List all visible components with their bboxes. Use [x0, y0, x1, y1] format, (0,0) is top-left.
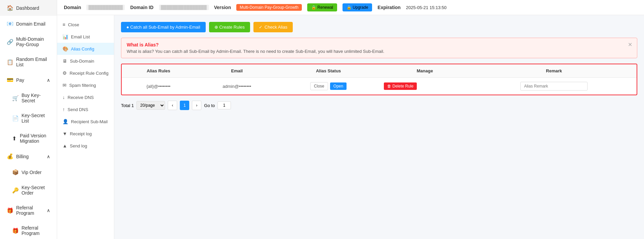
upgrade-button[interactable]: 🔒 Upgrade — [343, 3, 372, 11]
email-list-icon: 📊 — [63, 34, 68, 39]
alias-config-icon: 🎨 — [63, 46, 68, 52]
per-page-select[interactable]: 20/page 10/page 50/page 100/page — [136, 101, 165, 110]
alias-alert: What is Alias? What is alias? You can ca… — [121, 38, 637, 58]
alert-text: What is alias? You can catch all Sub-Ema… — [127, 49, 632, 54]
trash-icon: 🗑 — [387, 84, 391, 89]
sub-sidebar-recipient-submail[interactable]: 👤 Recipient Sub-Mail — [57, 115, 114, 128]
sidebar-item-key-secret-list[interactable]: 📄 Key-Secret List — [0, 108, 57, 128]
alias-table: Alias Rules Email Alias Status Manage Re… — [122, 64, 637, 95]
sidebar-item-dashboard[interactable]: 🏠 Dashboard — [0, 0, 57, 16]
sidebar-item-billing[interactable]: 💰 Billing ∧ — [0, 148, 57, 164]
chevron-referral-icon: ∧ — [47, 208, 50, 213]
referral-program-icon: 🎁 — [12, 228, 18, 234]
domain-id-value: ████████████████ — [159, 5, 209, 10]
sidebar-item-domain-email[interactable]: 📧 Domain Email — [0, 16, 57, 32]
col-email: Email — [195, 64, 279, 78]
sidebar-item-key-secret-order[interactable]: 🔑 Key-Secret Order — [0, 180, 57, 200]
domain-value: ████████████ — [86, 5, 125, 10]
recipient-icon: 👤 — [63, 119, 68, 124]
col-manage: Manage — [378, 64, 472, 78]
action-buttons: ● Catch all Sub-Email by Admin-Email ⊕ C… — [121, 22, 637, 32]
billing-icon: 💰 — [7, 153, 13, 160]
content-area: ≡ Close 📊 Email List 🎨 Alias Config 🖥 Su… — [57, 15, 644, 239]
remark-cell — [471, 78, 637, 95]
status-cell: Close Open — [279, 78, 378, 95]
topbar: Domain ████████████ Domain ID ██████████… — [57, 0, 644, 15]
status-open-button[interactable]: Open — [330, 82, 347, 90]
dashboard-icon: 🏠 — [7, 5, 13, 11]
sidebar: 🏠 Dashboard 📧 Domain Email 🔗 Multi-Domai… — [0, 0, 57, 239]
random-email-icon: 📋 — [7, 59, 13, 65]
chevron-billing-icon: ∧ — [47, 154, 50, 159]
manage-cell: 🗑 Delete Rule — [378, 78, 472, 95]
sub-sidebar-spam[interactable]: ✉ Spam filtering — [57, 79, 114, 91]
version-badge: Multi-Domain Pay-Group-Growth — [236, 4, 302, 11]
send-dns-icon: ↑ — [63, 107, 65, 112]
alias-rules-value: {all}@•••••••• — [122, 78, 195, 95]
main-area: Domain ████████████ Domain ID ██████████… — [57, 0, 644, 239]
expiry-label: Expiration — [377, 5, 400, 10]
goto-input[interactable] — [217, 101, 231, 109]
sidebar-item-pay[interactable]: 💳 Pay ∧ — [0, 72, 57, 88]
email-value: admin@•••••••• — [195, 78, 279, 95]
goto-label: Go to — [204, 103, 215, 108]
sub-sidebar-sub-domain[interactable]: 🖥 Sub-Domain — [57, 55, 114, 67]
receipt-rule-icon: ⚙ — [63, 70, 67, 76]
sidebar-item-paid-version[interactable]: ⬆ Paid Version Migration — [0, 128, 57, 148]
sub-sidebar-alias-config[interactable]: 🎨 Alias Config — [57, 43, 114, 55]
page-1-button[interactable]: 1 — [180, 101, 189, 110]
version-label: Version — [214, 5, 231, 10]
main-panel: ● Catch all Sub-Email by Admin-Email ⊕ C… — [114, 15, 644, 239]
create-rules-button[interactable]: ⊕ Create Rules — [209, 22, 250, 32]
spam-icon: ✉ — [63, 82, 67, 88]
send-log-icon: ▲ — [63, 143, 67, 148]
receive-dns-icon: ↓ — [63, 95, 65, 100]
sidebar-item-random-email[interactable]: 📋 Random Email List — [0, 52, 57, 72]
check-icon: ✓ — [259, 25, 263, 30]
domain-label: Domain — [64, 5, 81, 10]
key-secret-list-icon: 📄 — [12, 115, 18, 122]
renewal-button[interactable]: 🔒 Renewal — [307, 3, 337, 11]
table-header-row: Alias Rules Email Alias Status Manage Re… — [122, 64, 637, 78]
multi-domain-icon: 🔗 — [7, 39, 13, 45]
sub-sidebar-receipt-log[interactable]: ▼ Receipt log — [57, 128, 114, 140]
remark-input[interactable] — [520, 82, 588, 91]
sidebar-item-multi-domain[interactable]: 🔗 Multi-Domain Pay-Group — [0, 32, 57, 52]
receipt-log-icon: ▼ — [63, 131, 67, 136]
chevron-icon: ∧ — [47, 77, 50, 83]
key-secret-order-icon: 🔑 — [12, 187, 18, 194]
domain-id-label: Domain ID — [130, 5, 153, 10]
prev-page-button[interactable]: ‹ — [168, 101, 177, 110]
sub-sidebar-send-log[interactable]: ▲ Send log — [57, 140, 114, 152]
paid-version-icon: ⬆ — [12, 135, 16, 142]
sidebar-item-referral-program[interactable]: 🎁 Referral Program — [0, 220, 57, 239]
status-close-button[interactable]: Close — [310, 82, 328, 90]
buy-key-icon: 🛒 — [12, 95, 18, 101]
col-remark: Remark — [471, 64, 637, 78]
alert-close-button[interactable]: ✕ — [628, 41, 632, 48]
check-alias-button[interactable]: ✓ Check Alias — [253, 22, 293, 32]
sub-sidebar-receipt-rule[interactable]: ⚙ Receipt Rule Config — [57, 67, 114, 79]
col-alias-rules: Alias Rules — [122, 64, 195, 78]
expiry-value: 2025-05-21 15:13:50 — [406, 5, 447, 10]
table-row: {all}@•••••••• admin@•••••••• Close Open — [122, 78, 637, 95]
pagination: Total 1 20/page 10/page 50/page 100/page… — [121, 101, 637, 110]
sidebar-item-buy-key[interactable]: 🛒 Buy Key-Secret — [0, 88, 57, 108]
sub-sidebar-close[interactable]: ≡ Close — [57, 19, 114, 31]
sub-sidebar-receive-dns[interactable]: ↓ Receive DNS — [57, 91, 114, 103]
domain-email-icon: 📧 — [7, 21, 13, 27]
sidebar-item-vip-order[interactable]: 📦 Vip Order — [0, 164, 57, 180]
referral-icon: 🎁 — [7, 207, 13, 214]
sub-domain-icon: 🖥 — [63, 58, 67, 64]
alias-table-container: Alias Rules Email Alias Status Manage Re… — [121, 64, 637, 95]
catch-all-button[interactable]: ● Catch all Sub-Email by Admin-Email — [121, 22, 206, 32]
next-page-button[interactable]: › — [192, 101, 201, 110]
total-label: Total 1 — [121, 103, 134, 108]
delete-rule-button[interactable]: 🗑 Delete Rule — [384, 82, 417, 90]
sub-sidebar-send-dns[interactable]: ↑ Send DNS — [57, 103, 114, 115]
sub-sidebar-email-list[interactable]: 📊 Email List — [57, 31, 114, 43]
pay-icon: 💳 — [7, 77, 13, 83]
col-alias-status: Alias Status — [279, 64, 378, 78]
sidebar-item-referral[interactable]: 🎁 Referral Program ∧ — [0, 200, 57, 220]
vip-order-icon: 📦 — [12, 169, 18, 175]
